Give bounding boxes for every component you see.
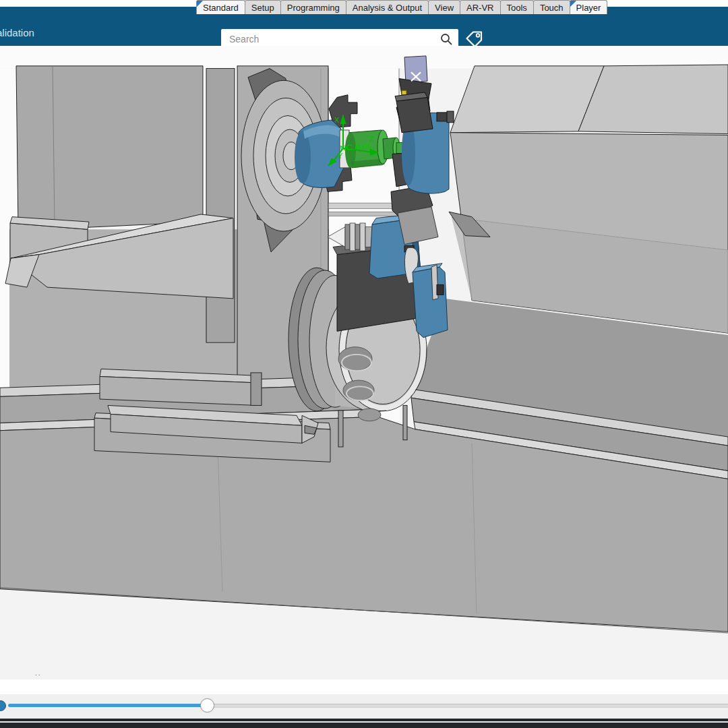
3d-viewport[interactable]: X Z Y NC Axis .. bbox=[0, 46, 728, 679]
tab-label: Analysis & Output bbox=[353, 3, 422, 13]
overflow-dots: .. bbox=[35, 669, 42, 677]
player-mini-icon[interactable] bbox=[0, 700, 6, 711]
tab-player[interactable]: Player bbox=[570, 0, 608, 14]
timeline-slider-thumb[interactable] bbox=[200, 698, 214, 712]
player-timeline-row bbox=[0, 694, 728, 719]
axis-x-label: X bbox=[334, 116, 339, 124]
tab-label: Standard bbox=[203, 3, 239, 13]
tab-label: Setup bbox=[251, 3, 274, 13]
tab-label: View bbox=[435, 3, 454, 13]
tab-setup[interactable]: Setup bbox=[245, 0, 281, 14]
tab-label: AR-VR bbox=[466, 3, 493, 13]
tab-ar-vr[interactable]: AR-VR bbox=[460, 0, 500, 14]
tab-analysis-output[interactable]: Analysis & Output bbox=[346, 0, 429, 14]
active-tab-marker bbox=[570, 1, 576, 7]
tab-touch[interactable]: Touch bbox=[533, 0, 570, 14]
timeline-track-remaining[interactable] bbox=[207, 704, 728, 708]
tab-label: Tools bbox=[507, 3, 527, 13]
timeline-track-filled[interactable] bbox=[8, 704, 207, 707]
tab-programming[interactable]: Programming bbox=[280, 0, 346, 14]
search-icon[interactable] bbox=[439, 32, 453, 46]
machine-3d-scene[interactable]: X Z Y NC Axis bbox=[0, 46, 728, 679]
machine-right-housing[interactable] bbox=[449, 65, 728, 333]
application-window: alidation bbox=[0, 0, 728, 728]
tab-standard[interactable]: Standard bbox=[196, 0, 245, 14]
tab-label: Player bbox=[576, 3, 601, 13]
bottom-bar bbox=[0, 723, 728, 728]
tab-view[interactable]: View bbox=[428, 0, 460, 14]
tab-label: Touch bbox=[540, 3, 564, 13]
tab-label: Programming bbox=[287, 3, 340, 13]
active-tab-marker bbox=[197, 1, 203, 7]
tab-tools[interactable]: Tools bbox=[500, 0, 534, 14]
